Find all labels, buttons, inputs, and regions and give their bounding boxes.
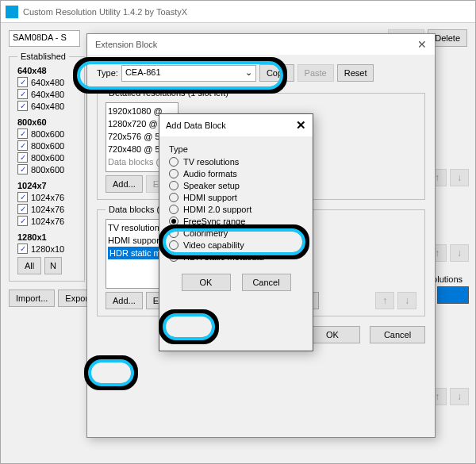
app-icon (6, 6, 18, 18)
blocks-up-button[interactable]: ↑ (375, 292, 394, 309)
checkbox[interactable]: ✓ (17, 216, 28, 226)
adb-ok-button[interactable]: OK (182, 274, 231, 291)
blocks-down-button[interactable]: ↓ (397, 292, 416, 309)
type-select[interactable]: CEA-861⌄ (121, 65, 256, 82)
add-data-block-dialog: Add Data Block ✕ Type TV resolutions Aud… (159, 113, 313, 351)
import-button[interactable]: Import... (9, 290, 55, 307)
group-640: 640x48 (17, 66, 76, 75)
detailed-legend: Detailed resolutions (1 slot left) (106, 88, 232, 98)
radio-audio[interactable]: Audio formats (169, 169, 303, 178)
checkbox[interactable]: ✓ (17, 204, 28, 214)
ext-cancel-button[interactable]: Cancel (370, 326, 425, 343)
n-button[interactable]: N (44, 257, 62, 274)
checkbox[interactable]: ✓ (17, 140, 28, 151)
group-800: 800x60 (17, 117, 76, 127)
close-icon[interactable]: ✕ (417, 38, 427, 51)
radio-video[interactable]: Video capability (169, 240, 303, 250)
checkbox[interactable]: ✓ (17, 152, 28, 163)
down-button[interactable]: ↓ (450, 169, 469, 186)
checkbox[interactable]: ✓ (17, 164, 28, 174)
ext-title: Extension Block (95, 40, 157, 49)
selected-strip (437, 286, 469, 304)
group-1024: 1024x7 (17, 181, 76, 190)
paste-button-ext[interactable]: Paste (298, 64, 334, 82)
close-icon[interactable]: ✕ (296, 118, 306, 132)
radio-hdmi[interactable]: HDMI support (169, 193, 303, 202)
app-title: Custom Resolution Utility 1.4.2 by Toast… (23, 7, 187, 17)
label-olutions: olutions (432, 274, 463, 284)
monitor-select[interactable]: SAM08DA - S (9, 30, 80, 47)
blocks-add-button[interactable]: Add... (106, 292, 143, 309)
adb-type-label: Type (169, 144, 303, 154)
group-1280: 1280x1 (17, 232, 76, 242)
checkbox[interactable]: ✓ (17, 244, 28, 254)
det-add-button[interactable]: Add... (106, 175, 143, 193)
radio-hdmi2[interactable]: HDMI 2.0 support (169, 205, 303, 214)
checkbox[interactable]: ✓ (17, 128, 28, 139)
checkbox[interactable]: ✓ (17, 89, 28, 99)
checkbox[interactable]: ✓ (17, 192, 28, 202)
radio-freesync[interactable]: FreeSync range (169, 217, 303, 226)
adb-title: Add Data Block (166, 121, 226, 130)
radio-colorimetry[interactable]: Colorimetry (169, 228, 303, 238)
radio-speaker[interactable]: Speaker setup (169, 181, 303, 190)
all-button[interactable]: All (17, 257, 41, 274)
checkbox[interactable]: ✓ (17, 77, 28, 87)
down-button-3[interactable]: ↓ (450, 388, 469, 405)
down-button-2[interactable]: ↓ (450, 244, 469, 262)
established-legend: Established (17, 52, 69, 61)
reset-button-ext[interactable]: Reset (337, 64, 374, 82)
copy-button[interactable]: Copy (259, 64, 294, 82)
checkbox[interactable]: ✓ (17, 101, 28, 111)
title-bar: Custom Resolution Utility 1.4.2 by Toast… (1, 1, 475, 23)
radio-hdr[interactable]: HDR static metadata (169, 252, 303, 262)
adb-cancel-button[interactable]: Cancel (242, 274, 291, 291)
type-label: Type: (97, 68, 118, 78)
radio-tv[interactable]: TV resolutions (169, 157, 303, 167)
